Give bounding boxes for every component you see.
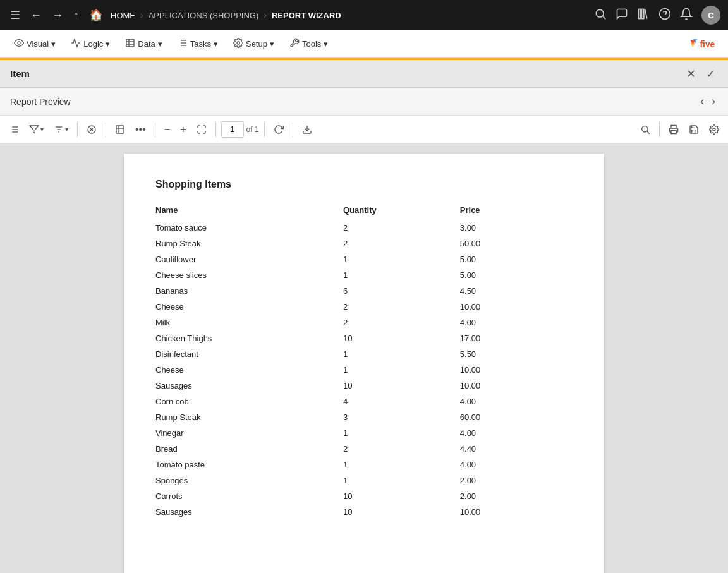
panel-actions: ✕ ✓ xyxy=(684,64,718,83)
home-icon: 🏠 xyxy=(87,6,106,25)
save-report-button[interactable] xyxy=(685,122,703,137)
top-navigation: ☰ ← → ↑ 🏠 HOME › APPLICATIONS (SHOPPING)… xyxy=(0,0,728,30)
toolbar-separator-7 xyxy=(659,122,660,137)
svg-rect-7 xyxy=(126,39,134,47)
svg-text:five: five xyxy=(700,40,715,49)
row-name: Tomato paste xyxy=(155,457,343,473)
tasks-label: Tasks xyxy=(190,39,211,49)
filter-button[interactable]: ▾ xyxy=(25,122,47,137)
report-preview-header: Report Preview ‹ › xyxy=(0,88,728,116)
nav-item-tasks[interactable]: Tasks ▾ xyxy=(171,34,224,54)
row-name: Bananas xyxy=(155,283,343,299)
prev-button[interactable]: ‹ xyxy=(698,92,707,111)
zoom-out-button[interactable]: − xyxy=(161,121,174,138)
row-price: 10.00 xyxy=(460,504,573,520)
zoom-in-button[interactable]: + xyxy=(176,121,190,138)
row-price: 5.50 xyxy=(460,346,573,362)
row-quantity: 1 xyxy=(343,251,460,267)
shopping-items-table: Name Quantity Price Tomato sauce 2 3.00 … xyxy=(155,203,573,520)
row-price: 5.00 xyxy=(460,251,573,267)
nav-item-visual[interactable]: Visual ▾ xyxy=(8,34,62,54)
logic-icon xyxy=(71,38,81,50)
next-button[interactable]: › xyxy=(709,92,718,111)
list-icon-button[interactable] xyxy=(5,122,23,137)
search-button[interactable] xyxy=(636,122,654,137)
up-icon[interactable]: ↑ xyxy=(71,6,82,25)
export-button[interactable] xyxy=(298,122,316,137)
chat-icon[interactable] xyxy=(616,8,628,23)
settings-button[interactable] xyxy=(705,122,723,137)
toolbar-separator-6 xyxy=(293,122,293,137)
second-navigation: Visual ▾ Logic ▾ Data ▾ Tasks ▾ xyxy=(0,30,728,58)
nav-item-data[interactable]: Data ▾ xyxy=(119,34,168,54)
row-name: Bread xyxy=(155,441,343,457)
confirm-button[interactable]: ✓ xyxy=(703,64,718,83)
visual-icon xyxy=(14,38,24,50)
preview-nav: ‹ › xyxy=(698,92,718,111)
page-number-input[interactable] xyxy=(221,121,244,138)
nav-item-setup[interactable]: Setup ▾ xyxy=(227,34,281,54)
svg-point-0 xyxy=(596,9,604,17)
logic-chevron: ▾ xyxy=(106,39,110,49)
report-toolbar: ▾ ▾ ••• − + of 1 xyxy=(0,116,728,143)
home-link[interactable]: HOME xyxy=(111,11,135,20)
svg-marker-28 xyxy=(30,126,38,133)
filter2-button[interactable]: ▾ xyxy=(50,122,72,137)
hamburger-icon[interactable]: ☰ xyxy=(8,6,23,25)
data-chevron: ▾ xyxy=(158,39,162,49)
data-icon xyxy=(125,38,135,50)
report-document: Shopping Items Name Quantity Price Tomat… xyxy=(124,154,604,573)
svg-point-17 xyxy=(237,42,240,44)
row-price: 50.00 xyxy=(460,236,573,251)
table-row: Chicken Thighs 10 17.00 xyxy=(155,330,573,346)
row-quantity: 4 xyxy=(343,394,460,409)
help-icon[interactable] xyxy=(658,8,671,23)
fit-button[interactable] xyxy=(193,122,210,137)
refresh-button[interactable] xyxy=(270,122,288,137)
bell-icon[interactable] xyxy=(680,8,693,23)
search-icon[interactable] xyxy=(594,8,607,23)
library-icon[interactable] xyxy=(637,8,650,23)
nav-item-logic[interactable]: Logic ▾ xyxy=(64,34,116,54)
table-row: Sausages 10 10.00 xyxy=(155,378,573,394)
table-row: Disinfectant 1 5.50 xyxy=(155,346,573,362)
avatar[interactable]: C xyxy=(701,6,720,25)
tasks-icon xyxy=(178,38,188,50)
row-quantity: 10 xyxy=(343,330,460,346)
setup-label: Setup xyxy=(246,39,267,49)
svg-marker-20 xyxy=(691,42,696,47)
applications-link[interactable]: APPLICATIONS (SHOPPING) xyxy=(149,11,259,20)
print-button[interactable] xyxy=(665,122,682,137)
row-quantity: 6 xyxy=(343,283,460,299)
toolbar-separator-1 xyxy=(77,122,78,137)
report-document-wrapper[interactable]: Shopping Items Name Quantity Price Tomat… xyxy=(0,143,728,573)
forward-icon[interactable]: → xyxy=(49,6,66,25)
row-quantity: 1 xyxy=(343,267,460,283)
table-row: Vinegar 1 4.00 xyxy=(155,425,573,441)
table-row: Rump Steak 3 60.00 xyxy=(155,409,573,425)
table-row: Bananas 6 4.50 xyxy=(155,283,573,299)
svg-rect-3 xyxy=(642,9,644,18)
row-name: Carrots xyxy=(155,488,343,504)
layout-button[interactable] xyxy=(111,122,129,137)
main-content: Shopping Items Name Quantity Price Tomat… xyxy=(0,143,728,573)
back-icon[interactable]: ← xyxy=(28,6,44,25)
table-row: Cheese 2 10.00 xyxy=(155,299,573,315)
close-button[interactable]: ✕ xyxy=(684,64,698,83)
table-row: Corn cob 4 4.00 xyxy=(155,394,573,409)
row-price: 5.00 xyxy=(460,267,573,283)
row-name: Cauliflower xyxy=(155,251,343,267)
preview-title: Report Preview xyxy=(10,97,71,107)
row-price: 10.00 xyxy=(460,362,573,378)
visual-label: Visual xyxy=(27,39,49,49)
nav-item-tools[interactable]: Tools ▾ xyxy=(283,34,334,54)
row-name: Disinfectant xyxy=(155,346,343,362)
table-row: Cheese slices 1 5.00 xyxy=(155,267,573,283)
toolbar-separator-5 xyxy=(264,122,265,137)
clear-button[interactable] xyxy=(83,122,100,137)
report-wizard-link[interactable]: REPORT WIZARD xyxy=(272,11,341,20)
more-button[interactable]: ••• xyxy=(131,121,150,138)
toolbar-separator-3 xyxy=(155,122,155,137)
row-name: Rump Steak xyxy=(155,409,343,425)
row-name: Chicken Thighs xyxy=(155,330,343,346)
